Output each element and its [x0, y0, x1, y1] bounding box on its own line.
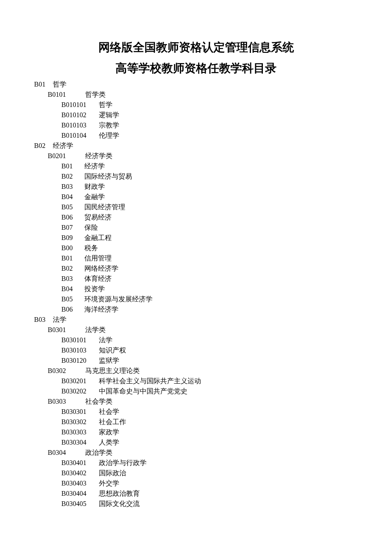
catalog-level3: B05 国民经济管理 [61, 202, 358, 212]
catalog-label: 人类学 [99, 437, 119, 448]
catalog-label: 社会工作 [99, 417, 126, 427]
catalog-code: B02 [61, 171, 83, 182]
catalog-level2: B0304 政治学类 [48, 448, 358, 458]
catalog-label: 政治学类 [85, 448, 112, 458]
catalog-code: B0201 [48, 151, 84, 161]
page-title: 网络版全国教师资格认定管理信息系统 [34, 38, 358, 57]
catalog-level3: B010104 伦理学 [61, 130, 358, 141]
catalog-level3: B02 国际经济与贸易 [61, 171, 358, 182]
catalog-code: B030120 [61, 356, 97, 366]
catalog-label: 法学 [99, 335, 112, 345]
catalog-level3: B01 信用管理 [61, 253, 358, 263]
catalog-code: B09 [61, 233, 83, 243]
catalog-level1: B03 法学 [34, 315, 358, 325]
catalog-label: 国际经济与贸易 [84, 171, 132, 182]
catalog-code: B01 [61, 253, 83, 263]
catalog-level2: B0101 哲学类 [48, 90, 358, 100]
catalog-label: 哲学类 [85, 90, 106, 100]
catalog-code: B03 [61, 274, 83, 284]
catalog-code: B05 [61, 202, 83, 212]
catalog-label: 中国革命史与中国共产党党史 [99, 386, 187, 396]
catalog-label: 财政学 [84, 182, 105, 192]
catalog-code: B05 [61, 294, 83, 304]
catalog-label: 环境资源与发展经济学 [84, 294, 153, 304]
catalog-label: 家政学 [99, 427, 119, 437]
catalog-level2: B0303 社会学类 [48, 396, 358, 407]
catalog-code: B07 [61, 223, 83, 233]
catalog-label: 国民经济管理 [84, 202, 125, 212]
catalog-code: B04 [61, 192, 83, 202]
catalog-code: B030103 [61, 345, 97, 356]
catalog-level3: B04 金融学 [61, 192, 358, 202]
catalog-level1: B01 哲学 [34, 79, 358, 90]
catalog-level3: B09 金融工程 [61, 233, 358, 243]
catalog-level2: B0201 经济学类 [48, 151, 358, 161]
catalog-label: 保险 [84, 223, 98, 233]
catalog-level2: B0302 马克思主义理论类 [48, 366, 358, 376]
page-subtitle: 高等学校教师资格任教学科目录 [34, 59, 358, 78]
catalog-label: 经济学 [84, 161, 105, 171]
catalog-label: 法学 [53, 315, 66, 325]
catalog-label: 经济学类 [85, 151, 112, 161]
catalog-code: B0301 [48, 325, 84, 335]
catalog-code: B0303 [48, 396, 84, 407]
catalog-level3: B030120 监狱学 [61, 356, 358, 366]
catalog-code: B010101 [61, 100, 97, 110]
catalog-code: B030304 [61, 437, 97, 448]
catalog-label: 科学社会主义与国际共产主义运动 [99, 376, 201, 386]
catalog-level3: B03 体育经济 [61, 274, 358, 284]
catalog-label: 金融工程 [84, 233, 112, 243]
catalog-level2: B0301 法学类 [48, 325, 358, 335]
catalog-label: 海洋经济学 [84, 304, 118, 315]
catalog-label: 金融学 [84, 192, 105, 202]
catalog-label: 贸易经济 [84, 212, 112, 223]
catalog-level3: B03 财政学 [61, 182, 358, 192]
catalog-code: B03 [34, 315, 51, 325]
catalog-level3: B04 投资学 [61, 284, 358, 294]
catalog-level3: B010102 逻辑学 [61, 110, 358, 120]
catalog-level3: B030201 科学社会主义与国际共产主义运动 [61, 376, 358, 386]
catalog-code: B02 [61, 263, 83, 274]
catalog-code: B030303 [61, 427, 97, 437]
catalog-level3: B030404 思想政治教育 [61, 489, 358, 499]
catalog-code: B030302 [61, 417, 97, 427]
catalog-label: 哲学 [99, 100, 112, 110]
catalog-label: 税务 [84, 243, 98, 253]
catalog-level3: B030301 社会学 [61, 407, 358, 417]
catalog-level1: B02 经济学 [34, 141, 358, 151]
catalog-label: 政治学与行政学 [99, 458, 147, 468]
catalog-code: B030202 [61, 386, 97, 396]
catalog-level3: B030202 中国革命史与中国共产党党史 [61, 386, 358, 396]
catalog-code: B01 [61, 161, 83, 171]
catalog-level3: B030103 知识产权 [61, 345, 358, 356]
catalog-label: 思想政治教育 [99, 489, 140, 499]
catalog-label: 体育经济 [84, 274, 112, 284]
catalog-level3: B030403 外交学 [61, 478, 358, 489]
catalog-label: 马克思主义理论类 [85, 366, 140, 376]
catalog-level3: B00 税务 [61, 243, 358, 253]
catalog-code: B030402 [61, 468, 97, 478]
catalog-label: 知识产权 [99, 345, 126, 356]
catalog-level3: B030101 法学 [61, 335, 358, 345]
catalog-label: 国际政治 [99, 468, 126, 478]
catalog-code: B0302 [48, 366, 84, 376]
catalog-code: B0101 [48, 90, 84, 100]
catalog-level3: B06 贸易经济 [61, 212, 358, 223]
catalog-label: 社会学类 [85, 396, 112, 407]
catalog-code: B030401 [61, 458, 97, 468]
catalog-level3: B030303 家政学 [61, 427, 358, 437]
catalog-code: B01 [34, 79, 51, 90]
catalog-code: B010103 [61, 120, 97, 130]
catalog-level3: B02 网络经济学 [61, 263, 358, 274]
catalog-label: 网络经济学 [84, 263, 118, 274]
catalog-code: B03 [61, 182, 83, 192]
catalog-code: B030403 [61, 478, 97, 489]
catalog-code: B02 [34, 141, 51, 151]
catalog-label: 宗教学 [99, 120, 119, 130]
catalog-code: B04 [61, 284, 83, 294]
catalog-level3: B030405 国际文化交流 [61, 499, 358, 509]
catalog-label: 法学类 [85, 325, 106, 335]
catalog-label: 外交学 [99, 478, 119, 489]
catalog-level3: B010103 宗教学 [61, 120, 358, 130]
catalog-code: B030301 [61, 407, 97, 417]
